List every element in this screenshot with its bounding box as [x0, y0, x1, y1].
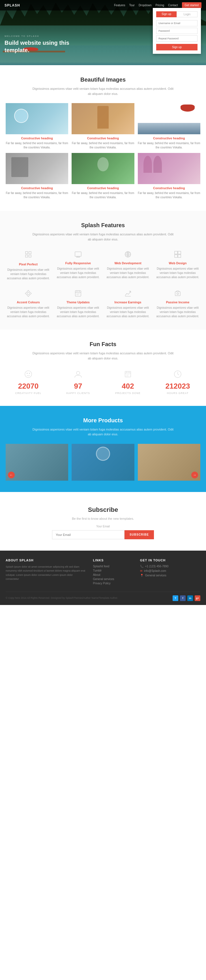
login-form: Sign up Login Sign up [153, 8, 201, 54]
feature-web-design: Web Design Dignissimos asperiores vitae … [155, 250, 200, 280]
svg-rect-14 [178, 255, 181, 258]
image-card-link-5[interactable]: Constructive heading [138, 186, 200, 190]
stat-label-2: PROJECTS DONE [105, 392, 151, 395]
image-placeholder-0 [6, 103, 68, 134]
footer-link-0[interactable]: Splashit feed [93, 565, 133, 568]
nav-tour[interactable]: Tour [129, 4, 135, 7]
stat-label-3: HOURS GREAT [155, 392, 200, 395]
get-started-button[interactable]: Get started [182, 2, 201, 8]
nav-dropdown[interactable]: Dropdown [139, 4, 152, 7]
feature-title-4: Accent Colours [6, 301, 51, 304]
nav-contact[interactable]: Contact [168, 4, 178, 7]
feature-text-5: Dignissimos asperiores vitae velit venia… [55, 305, 101, 318]
projects-icon [105, 370, 151, 380]
theme-updates-icon [55, 290, 101, 298]
svg-point-26 [27, 373, 28, 374]
email-field[interactable] [156, 20, 198, 26]
image-card-4: Constructive heading Far far away, behin… [71, 153, 134, 199]
subscribe-button[interactable]: SUBSCRIBE [125, 530, 154, 539]
footer-link-1[interactable]: Tumblr [93, 569, 133, 572]
image-card-link-4[interactable]: Constructive heading [71, 186, 134, 190]
image-card-text-0: Far far away, behind the word mountains,… [6, 141, 68, 150]
signup-tab[interactable]: Sign up [156, 11, 177, 17]
footer-link-2[interactable]: About [93, 573, 133, 576]
svg-rect-4 [75, 252, 81, 256]
next-arrow-icon[interactable]: → [191, 472, 198, 478]
footer: ABOUT SPLASH Splash ipsum dolor sit amet… [0, 550, 206, 605]
footer-about-title: ABOUT SPLASH [6, 558, 86, 562]
svg-line-37 [178, 374, 179, 375]
more-products-subtitle: Dignissimos asperiores vitae velit venia… [32, 427, 174, 437]
login-tab[interactable]: Login [177, 11, 198, 17]
feature-text-3: Dignissimos asperiores vitae velit venia… [155, 267, 200, 279]
image-card-text-4: Far far away, behind the word mountains,… [71, 191, 134, 199]
splash-features-subtitle: Dignissimos asperiores vitae velit venia… [32, 232, 174, 242]
google-social-icon[interactable]: g+ [195, 595, 200, 601]
footer-contact-1: ✉ info@Splash.com [140, 569, 200, 573]
product-card-2: → [138, 444, 200, 480]
image-placeholder-4 [71, 153, 134, 184]
subscribe-title: Subscribe [6, 506, 200, 514]
stat-creativity: 22070 CREATIVITY FUEL [6, 370, 51, 395]
feature-text-1: Dignissimos asperiores vitae velit venia… [55, 267, 101, 279]
svg-rect-29 [125, 371, 131, 377]
subscribe-email-input[interactable] [52, 530, 125, 539]
svg-rect-12 [178, 251, 181, 254]
linkedin-social-icon[interactable]: in [187, 595, 193, 601]
image-card-link-0[interactable]: Constructive heading [6, 137, 68, 140]
svg-point-24 [177, 293, 179, 294]
svg-point-15 [27, 292, 29, 294]
image-card-text-1: Far far away, behind the word mountains,… [71, 141, 134, 150]
happy-clients-icon [55, 370, 101, 380]
beautiful-images-subtitle: Dignissimos asperiores vitae velit venia… [32, 86, 174, 96]
location-icon: 📍 [140, 574, 143, 577]
signup-button[interactable]: Sign up [156, 44, 198, 51]
nav-logo: SPLASH [5, 3, 20, 7]
passive-income-icon [155, 290, 200, 298]
increase-earnings-icon [105, 290, 151, 298]
footer-link-4[interactable]: Privacy Policy [93, 582, 133, 585]
twitter-social-icon[interactable]: T [173, 595, 178, 601]
svg-rect-23 [175, 292, 180, 296]
hero-content: WELCOME TO SPLASH Build website using th… [5, 35, 84, 54]
feature-title-5: Theme Updates [55, 301, 101, 304]
nav-pricing[interactable]: Pricing [155, 4, 164, 7]
feature-text-6: Dignissimos asperiores vitae velit venia… [105, 305, 151, 318]
feature-accent-colours: Accent Colours Dignissimos asperiores vi… [6, 290, 51, 318]
subscribe-label-text: Your Email [6, 525, 200, 528]
creativity-icon [6, 370, 51, 380]
image-card-link-3[interactable]: Constructive heading [6, 186, 68, 190]
web-development-icon [105, 250, 151, 259]
feature-title-3: Web Design [155, 261, 200, 265]
fully-responsive-icon [55, 250, 101, 259]
phone-icon: 📞 [140, 565, 143, 568]
feature-web-development: Web Development Dignissimos asperiores v… [105, 250, 151, 280]
feature-theme-updates: Theme Updates Dignissimos asperiores vit… [55, 290, 101, 318]
svg-rect-3 [29, 255, 31, 257]
nav-features[interactable]: Features [114, 4, 125, 7]
feature-title-1: Fully Responsive [55, 261, 101, 265]
prev-arrow-icon[interactable]: ← [8, 472, 15, 478]
fun-facts-subtitle: Dignissimos asperiores vitae velit venia… [32, 351, 174, 361]
feature-title-7: Passive Income [155, 301, 200, 304]
image-card-link-2[interactable]: Constructive heading [138, 137, 200, 140]
image-card-link-1[interactable]: Constructive heading [71, 137, 134, 140]
stat-projects: 402 PROJECTS DONE [105, 370, 151, 395]
pixel-perfect-icon [6, 250, 51, 260]
stat-label-1: HAPPY CLIENTS [55, 392, 101, 395]
repeat-password-field[interactable] [156, 35, 198, 41]
facebook-social-icon[interactable]: f [180, 595, 185, 601]
password-field[interactable] [156, 28, 198, 34]
image-placeholder-3 [6, 153, 68, 184]
footer-bottom: © Copy here 2014 All Rights Reserved. De… [6, 592, 200, 601]
feature-passive-income: Passive Income Dignissimos asperiores vi… [155, 290, 200, 318]
footer-link-3[interactable]: General services [93, 578, 133, 581]
feature-text-7: Dignissimos asperiores vitae velit venia… [155, 305, 200, 318]
image-grid: Constructive heading Far far away, behin… [6, 103, 200, 199]
fun-facts-title: Fun Facts [6, 341, 200, 348]
feature-text-2: Dignissimos asperiores vitae velit venia… [105, 267, 151, 279]
svg-rect-2 [25, 255, 28, 257]
image-placeholder-2 [138, 103, 200, 134]
subscribe-section: Subscribe Be the first to know about the… [0, 492, 206, 550]
svg-rect-1 [29, 251, 31, 254]
